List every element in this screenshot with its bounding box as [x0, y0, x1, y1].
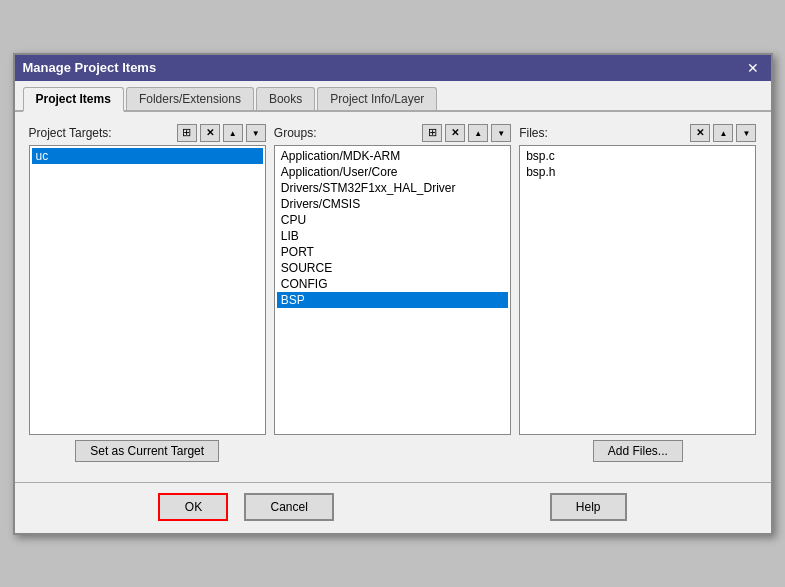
bottom-bar: OK Cancel Help: [15, 482, 771, 533]
list-item[interactable]: bsp.c: [522, 148, 753, 164]
columns-container: Project Targets: uc Set as Current Targe…: [29, 124, 757, 462]
down-icon: [492, 127, 510, 138]
up-icon: [714, 127, 732, 138]
manage-project-dialog: Manage Project Items ✕ Project Items Fol…: [13, 53, 773, 535]
list-item[interactable]: CONFIG: [277, 276, 508, 292]
up-icon: [224, 127, 242, 138]
down-icon: [737, 127, 755, 138]
targets-listbox[interactable]: uc: [29, 145, 266, 435]
targets-column: Project Targets: uc Set as Current Targe…: [29, 124, 266, 462]
files-header: Files:: [519, 124, 756, 142]
files-listbox[interactable]: bsp.cbsp.h: [519, 145, 756, 435]
list-item[interactable]: Drivers/CMSIS: [277, 196, 508, 212]
up-icon: [469, 127, 487, 138]
set-current-target-button[interactable]: Set as Current Target: [75, 440, 219, 462]
delete-icon: [691, 127, 709, 138]
targets-label: Project Targets:: [29, 126, 174, 140]
targets-header: Project Targets:: [29, 124, 266, 142]
cancel-button[interactable]: Cancel: [244, 493, 333, 521]
list-item[interactable]: Drivers/STM32F1xx_HAL_Driver: [277, 180, 508, 196]
list-item[interactable]: CPU: [277, 212, 508, 228]
list-item[interactable]: uc: [32, 148, 263, 164]
groups-delete-button[interactable]: [445, 124, 465, 142]
tab-project-items[interactable]: Project Items: [23, 87, 124, 112]
dialog-title: Manage Project Items: [23, 60, 157, 75]
list-item[interactable]: Application/MDK-ARM: [277, 148, 508, 164]
list-item[interactable]: Application/User/Core: [277, 164, 508, 180]
groups-listbox[interactable]: Application/MDK-ARMApplication/User/Core…: [274, 145, 511, 435]
new-icon: [423, 126, 441, 139]
groups-down-button[interactable]: [491, 124, 511, 142]
list-item[interactable]: SOURCE: [277, 260, 508, 276]
list-item[interactable]: bsp.h: [522, 164, 753, 180]
groups-column: Groups: Application/MDK-ARMApplication/U…: [274, 124, 511, 462]
delete-icon: [446, 127, 464, 138]
files-actions: Add Files...: [519, 440, 756, 462]
files-up-button[interactable]: [713, 124, 733, 142]
groups-new-button[interactable]: [422, 124, 442, 142]
tab-project-info-layer[interactable]: Project Info/Layer: [317, 87, 437, 110]
add-files-button[interactable]: Add Files...: [593, 440, 683, 462]
targets-delete-button[interactable]: [200, 124, 220, 142]
groups-header: Groups:: [274, 124, 511, 142]
list-item[interactable]: LIB: [277, 228, 508, 244]
files-label: Files:: [519, 126, 687, 140]
new-icon: [178, 126, 196, 139]
files-down-button[interactable]: [736, 124, 756, 142]
delete-icon: [201, 127, 219, 138]
ok-button[interactable]: OK: [158, 493, 228, 521]
groups-label: Groups:: [274, 126, 419, 140]
targets-up-button[interactable]: [223, 124, 243, 142]
tab-folders-extensions[interactable]: Folders/Extensions: [126, 87, 254, 110]
main-content: Project Targets: uc Set as Current Targe…: [15, 112, 771, 482]
groups-up-button[interactable]: [468, 124, 488, 142]
close-button[interactable]: ✕: [743, 60, 763, 76]
help-button[interactable]: Help: [550, 493, 627, 521]
files-delete-button[interactable]: [690, 124, 710, 142]
targets-down-button[interactable]: [246, 124, 266, 142]
tab-books[interactable]: Books: [256, 87, 315, 110]
tabs-bar: Project Items Folders/Extensions Books P…: [15, 81, 771, 112]
targets-new-button[interactable]: [177, 124, 197, 142]
down-icon: [247, 127, 265, 138]
targets-actions: Set as Current Target: [29, 440, 266, 462]
list-item[interactable]: BSP: [277, 292, 508, 308]
files-column: Files: bsp.cbsp.h Add Files...: [519, 124, 756, 462]
list-item[interactable]: PORT: [277, 244, 508, 260]
title-bar: Manage Project Items ✕: [15, 55, 771, 81]
